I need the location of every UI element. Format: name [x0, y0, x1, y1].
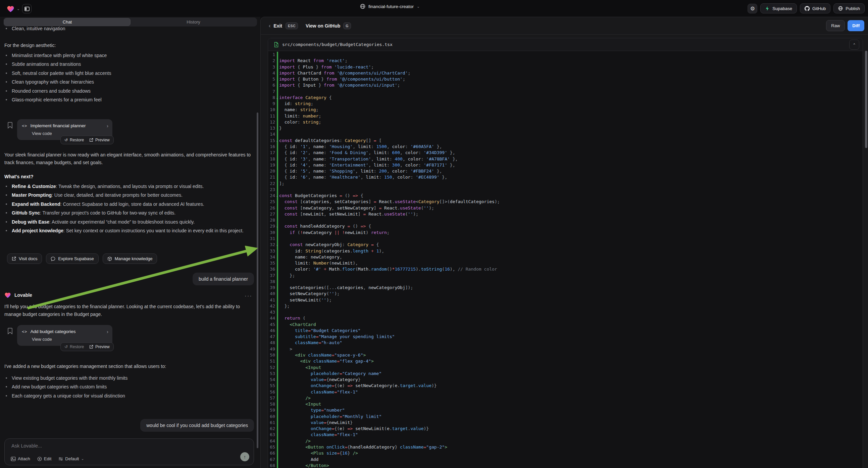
code-line: 17 { id: '2', name: 'Food & Dining', lim… — [268, 150, 863, 156]
list-item: Debug with Ease: Activate our experiment… — [4, 217, 255, 226]
code-line: 20 { id: '5', name: 'Shopping', limit: 2… — [268, 168, 863, 174]
chat-panel: Chat History Clean, intuitive navigation… — [0, 17, 260, 468]
code-line: 33 id: String(categories.length + 1), — [268, 248, 863, 254]
supabase-bolt-icon — [765, 6, 770, 11]
code-line: 38 — [268, 279, 863, 285]
publish-button[interactable]: Publish — [833, 3, 865, 13]
code-line: 41 setNewLimit(''); — [268, 297, 863, 303]
code-line: 48 className="h-auto" — [268, 340, 863, 346]
attach-button[interactable]: Attach — [11, 456, 30, 461]
code-editor[interactable]: 12import React from 'react';3import { Pl… — [268, 52, 863, 468]
code-line: 11 limit: number; — [268, 113, 863, 119]
code-line: 49 > — [268, 346, 863, 352]
supabase-button[interactable]: Supabase — [760, 3, 797, 13]
code-line: 7 — [268, 89, 863, 95]
bookmark-icon[interactable] — [7, 328, 13, 334]
added-bullet-list: View existing budget categories with the… — [4, 374, 254, 400]
lovable-avatar — [4, 292, 11, 298]
esc-key-hint: ESC — [285, 23, 298, 29]
sliders-icon — [58, 457, 63, 461]
code-line: 4import ChartCard from '@/components/ui/… — [268, 70, 863, 76]
code-line: 44 return ( — [268, 315, 863, 321]
edit-button[interactable]: Edit — [37, 456, 51, 461]
code-line: 32⌄ const newCategoryObj: Category = { — [268, 242, 863, 248]
publish-label: Publish — [845, 6, 860, 11]
chevron-right-icon: › — [107, 329, 108, 334]
view-code-link[interactable]: View code — [17, 334, 113, 342]
code-line: 43 — [268, 309, 863, 315]
project-name: financial-future-creator — [368, 4, 414, 9]
code-line: 29⌄ const handleAddCategory = () => { — [268, 223, 863, 229]
code-line: 67 Add — [268, 457, 863, 463]
code-line: 61 value={newLimit} — [268, 420, 863, 426]
manage-knowledge-button[interactable]: Manage knowledge — [103, 254, 157, 264]
chat-scrollbar[interactable] — [257, 113, 258, 448]
code-line: 63 className="flex-1" — [268, 432, 863, 438]
assistant-header: Lovable — [4, 292, 32, 298]
suggestion-buttons: Visit docs Explore Supabase Manage knowl… — [7, 254, 157, 264]
restore-button[interactable]: ↺ Restore — [64, 138, 84, 142]
code-line: 53 placeholder="Category name" — [268, 371, 863, 377]
project-chevron-down-icon: ⌄ — [417, 5, 420, 8]
mode-selector[interactable]: Default ⌄ — [58, 456, 84, 461]
visit-docs-button[interactable]: Visit docs — [7, 254, 42, 264]
preview-button[interactable]: Preview — [89, 345, 110, 349]
code-line: 23 — [268, 187, 863, 193]
external-link-icon — [89, 345, 93, 349]
message-overflow-menu-icon[interactable]: ··· — [245, 293, 252, 299]
explore-supabase-button[interactable]: Explore Supabase — [46, 254, 98, 264]
github-button[interactable]: GitHub — [800, 3, 830, 13]
chevron-down-icon: ⌄ — [81, 457, 84, 461]
diff-toggle-button[interactable]: Diff — [847, 20, 864, 31]
code-line: 56 className="flex-1" — [268, 389, 863, 395]
version-card-title: Implement financial planner — [30, 123, 86, 128]
code-line: 15⌄const defaultCategories: Category[] =… — [268, 138, 863, 144]
chevron-left-icon[interactable]: ‹ — [269, 23, 271, 29]
version-card-title: Add budget categories — [30, 329, 75, 334]
toggle-sidebar-button[interactable] — [22, 4, 32, 13]
restore-icon: ↺ — [64, 345, 68, 349]
code-line: 22]; — [268, 181, 863, 187]
image-icon — [11, 457, 16, 461]
assistant-paragraph: I'll help you add budget categories to t… — [4, 303, 255, 318]
collapse-file-button[interactable]: ⌃ — [849, 39, 859, 50]
code-line: 18 { id: '3', name: 'Transportation', li… — [268, 156, 863, 162]
code-line: 27 const [newLimit, setNewLimit] = React… — [268, 211, 863, 217]
raw-toggle-button[interactable]: Raw — [826, 20, 845, 31]
bookmark-icon[interactable] — [7, 122, 13, 128]
code-line: 34 name: newCategory, — [268, 254, 863, 260]
project-switcher[interactable]: financial-future-creator ⌄ — [360, 4, 420, 9]
list-item: Subtle animations and transitions — [4, 60, 254, 68]
chevron-up-icon: ⌃ — [853, 42, 856, 47]
chat-input[interactable]: Ask Lovable... Attach Edit — [4, 438, 254, 465]
code-line: 9 id: string; — [268, 101, 863, 107]
g-key-hint: G — [343, 23, 351, 29]
settings-button[interactable]: ⚙ — [748, 4, 757, 13]
code-line: 30 if (!newCategory || !newLimit) return… — [268, 230, 863, 236]
view-code-link[interactable]: View code — [17, 128, 113, 136]
design-bullet-list: Minimalist interface with plenty of whit… — [4, 51, 254, 104]
design-heading: For the design aesthetic: — [4, 41, 56, 49]
exit-button[interactable]: Exit — [274, 23, 282, 29]
top-bar: ⌄ financial-future-creator ⌄ ⚙ Supabase — [0, 0, 868, 17]
assistant-name: Lovable — [14, 292, 32, 298]
external-link-icon — [12, 257, 16, 261]
lovable-logo-icon[interactable] — [7, 5, 14, 12]
code-scrollbar[interactable] — [865, 51, 867, 148]
send-button[interactable]: ↑ — [240, 452, 249, 461]
code-line: 3import { Plus } from 'lucide-react'; — [268, 64, 863, 70]
preview-button[interactable]: Preview — [89, 138, 110, 142]
supabase-label: Supabase — [772, 6, 792, 11]
external-link-icon — [89, 138, 93, 142]
code-line: 35 limit: Number(newLimit), — [268, 260, 863, 266]
restore-button[interactable]: ↺ Restore — [64, 345, 84, 349]
list-item: Master Prompting: Use clear, detailed, a… — [4, 191, 255, 199]
file-header[interactable]: src/components/budget/BudgetCategories.t… — [268, 38, 863, 51]
logo-chevron-down-icon[interactable]: ⌄ — [17, 7, 20, 11]
code-line: 16 { id: '1', name: 'Housing', limit: 15… — [268, 144, 863, 150]
list-item: Clean, intuitive navigation — [4, 24, 254, 33]
file-card: src/components/budget/BudgetCategories.t… — [268, 38, 863, 468]
code-line: 54 value={newCategory} — [268, 377, 863, 383]
view-on-github-button[interactable]: View on GitHub — [306, 23, 340, 29]
list-item: Each category gets a unique color for vi… — [4, 391, 254, 400]
